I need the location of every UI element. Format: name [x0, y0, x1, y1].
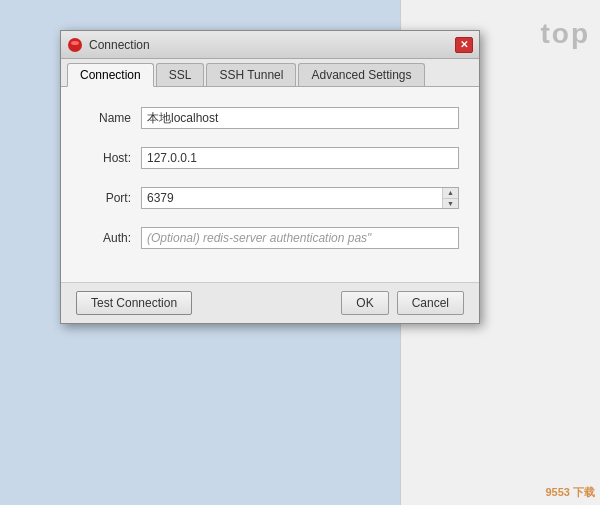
dialog-overlay: Connection ✕ Connection SSL SSH Tunnel A… — [0, 0, 600, 505]
port-spin-down[interactable]: ▼ — [443, 199, 458, 209]
auth-row: Auth: — [81, 227, 459, 249]
app-icon — [67, 37, 83, 53]
test-connection-button[interactable]: Test Connection — [76, 291, 192, 315]
titlebar-left: Connection — [67, 37, 150, 53]
tab-connection[interactable]: Connection — [67, 63, 154, 87]
connection-dialog: Connection ✕ Connection SSL SSH Tunnel A… — [60, 30, 480, 324]
ok-cancel-group: OK Cancel — [341, 291, 464, 315]
host-row: Host: — [81, 147, 459, 169]
port-label: Port: — [81, 191, 131, 205]
tab-ssl[interactable]: SSL — [156, 63, 205, 86]
dialog-title: Connection — [89, 38, 150, 52]
name-row: Name — [81, 107, 459, 129]
port-input[interactable] — [142, 188, 442, 208]
svg-point-1 — [71, 41, 79, 45]
auth-label: Auth: — [81, 231, 131, 245]
dialog-body: Name Host: Port: ▲ ▼ — [61, 87, 479, 282]
cancel-button[interactable]: Cancel — [397, 291, 464, 315]
host-label: Host: — [81, 151, 131, 165]
port-spin-up[interactable]: ▲ — [443, 188, 458, 199]
port-row: Port: ▲ ▼ — [81, 187, 459, 209]
ok-button[interactable]: OK — [341, 291, 388, 315]
dialog-footer: Test Connection OK Cancel — [61, 282, 479, 323]
port-container: ▲ ▼ — [141, 187, 459, 209]
close-button[interactable]: ✕ — [455, 37, 473, 53]
port-spinner: ▲ ▼ — [442, 188, 458, 208]
tab-bar: Connection SSL SSH Tunnel Advanced Setti… — [61, 59, 479, 87]
name-input[interactable] — [141, 107, 459, 129]
titlebar: Connection ✕ — [61, 31, 479, 59]
watermark: 9553 下载 — [545, 485, 595, 500]
name-label: Name — [81, 111, 131, 125]
auth-input[interactable] — [141, 227, 459, 249]
tab-ssh-tunnel[interactable]: SSH Tunnel — [206, 63, 296, 86]
host-input[interactable] — [141, 147, 459, 169]
tab-advanced-settings[interactable]: Advanced Settings — [298, 63, 424, 86]
